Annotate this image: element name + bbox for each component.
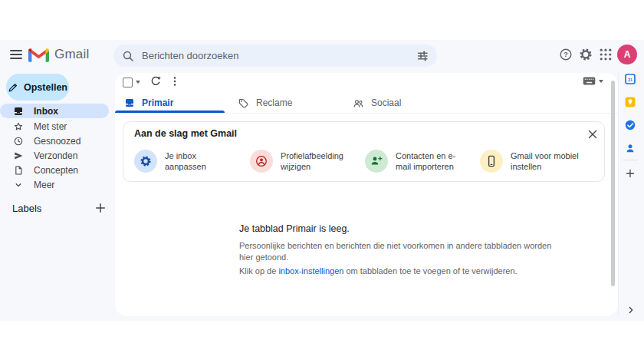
search-input[interactable]: [140, 49, 410, 62]
onboarding-item-gmail-mobile[interactable]: Gmail voor mobielinstellen: [480, 150, 579, 173]
onboarding-item-label: Gmail voor mobielinstellen: [511, 150, 579, 172]
sidebar-item-label: Concepten: [34, 165, 78, 176]
select-dropdown-icon[interactable]: [136, 81, 140, 84]
cta-prefix: Klik op de: [239, 266, 278, 276]
side-panel-collapse-icon[interactable]: [626, 305, 636, 315]
onboarding-item-label: Profielafbeeldingwijzigen: [281, 150, 343, 172]
empty-state-title: Je tabblad Primair is leeg.: [239, 223, 350, 234]
person-add-icon: [365, 150, 388, 173]
brand-name: Gmail: [54, 47, 89, 62]
gmail-logo: Gmail: [28, 47, 89, 62]
onboarding-item-import-contacts[interactable]: Contacten en e-mail importeren: [365, 150, 455, 173]
gmail-m-icon: [28, 48, 49, 62]
compose-button[interactable]: Opstellen: [6, 74, 69, 101]
tab-label: Sociaal: [371, 97, 401, 108]
sidebar-item-label: Met ster: [34, 121, 67, 132]
sidebar-item-inbox[interactable]: Inbox: [0, 104, 109, 118]
tasks-icon[interactable]: [625, 120, 636, 130]
gear-icon: [134, 150, 157, 173]
search-icon[interactable]: [123, 51, 133, 61]
keep-icon[interactable]: [625, 97, 636, 107]
cta-suffix: om tabbladen toe te voegen of te verwijd…: [343, 266, 517, 276]
gmail-window: Gmail ?: [0, 0, 644, 363]
sidebar-item-label: Meer: [34, 180, 54, 190]
draft-icon: [14, 166, 23, 175]
empty-state-body: Persoonlijke berichten en berichten die …: [239, 240, 551, 263]
active-tab-underline: [115, 111, 225, 113]
phone-icon: [480, 150, 503, 173]
refresh-icon[interactable]: [150, 76, 161, 87]
sidebar-item-sent[interactable]: Verzonden: [0, 148, 109, 163]
sidebar-item-starred[interactable]: Met ster: [0, 119, 109, 134]
scrollbar-thumb[interactable]: [611, 81, 615, 286]
keyboard-icon: [583, 77, 596, 85]
sidebar-item-label: Inbox: [34, 106, 58, 117]
side-panel-separator: [623, 160, 638, 160]
main-menu-icon[interactable]: [10, 48, 22, 61]
star-icon: [14, 122, 23, 131]
svg-text:31: 31: [628, 78, 632, 82]
sidebar-item-snoozed[interactable]: Gesnoozed: [0, 134, 109, 148]
send-icon: [14, 151, 23, 160]
tab-label: Primair: [142, 97, 173, 108]
apps-grid-icon[interactable]: [599, 48, 613, 61]
avatar[interactable]: A: [617, 45, 637, 64]
inbox-tab-icon: [125, 98, 134, 107]
svg-text:?: ?: [564, 51, 568, 58]
tab-promotions[interactable]: Reclame: [238, 93, 292, 113]
clock-icon: [14, 137, 23, 146]
get-addons-icon[interactable]: [626, 169, 635, 178]
tab-divider: [115, 113, 618, 114]
tab-label: Reclame: [256, 97, 292, 108]
tag-icon: [238, 98, 248, 108]
labels-heading: Labels: [12, 203, 41, 214]
search-bar[interactable]: [113, 45, 437, 67]
onboarding-item-label: Je inboxaanpassen: [165, 150, 206, 172]
onboarding-item-label: Contacten en e-mail importeren: [396, 150, 455, 172]
side-panel-divider: [618, 73, 619, 316]
sidebar-item-label: Verzonden: [34, 150, 77, 161]
onboarding-item-customize-inbox[interactable]: Je inboxaanpassen: [134, 150, 206, 173]
inbox-settings-link[interactable]: inbox-instellingen: [278, 266, 343, 276]
close-icon[interactable]: [587, 129, 598, 140]
select-all-checkbox[interactable]: [123, 78, 133, 87]
help-icon[interactable]: ?: [559, 48, 573, 61]
settings-gear-icon[interactable]: [579, 48, 593, 61]
input-tools-dropdown-icon: [599, 80, 603, 83]
calendar-icon[interactable]: 31: [625, 74, 636, 84]
input-tools-button[interactable]: [583, 77, 603, 85]
people-icon: [353, 98, 363, 108]
sidebar-item-drafts[interactable]: Concepten: [0, 163, 109, 177]
sidebar-item-more[interactable]: Meer: [0, 177, 109, 192]
search-options-icon[interactable]: [417, 51, 428, 61]
empty-state-cta: Klik op de inbox-instellingen om tabblad…: [239, 266, 518, 276]
tab-social[interactable]: Sociaal: [353, 93, 401, 113]
chevron-down-icon: [14, 180, 23, 190]
sidebar-item-label: Gesnoozed: [34, 136, 80, 147]
compose-label: Opstellen: [24, 82, 67, 93]
profile-icon: [250, 150, 273, 173]
onboarding-item-profile-picture[interactable]: Profielafbeeldingwijzigen: [250, 150, 343, 173]
add-label-icon[interactable]: [95, 203, 106, 213]
inbox-icon: [14, 107, 23, 116]
contacts-icon[interactable]: [625, 143, 636, 153]
onboarding-title: Aan de slag met Gmail: [134, 128, 237, 139]
more-options-icon[interactable]: [169, 76, 180, 87]
pencil-icon: [8, 82, 18, 93]
